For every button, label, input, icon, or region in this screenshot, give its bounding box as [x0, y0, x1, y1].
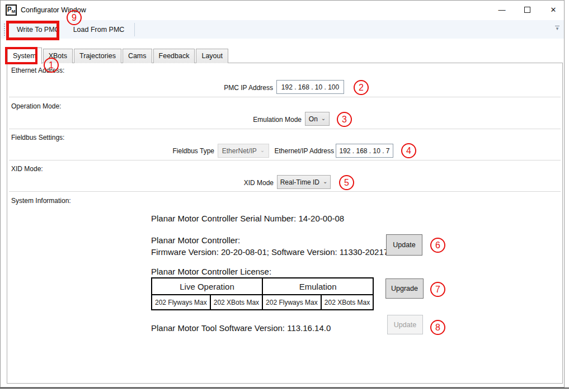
- app-logo-icon: PM: [6, 4, 17, 16]
- annotation-circle-2: 2: [354, 80, 369, 95]
- annotation-circle-7: 7: [430, 282, 445, 297]
- chevron-down-icon: ⌄: [260, 147, 265, 153]
- license-cell: 202 XBots Max: [210, 295, 262, 310]
- section-separator: [9, 129, 561, 129]
- minimize-icon: —: [499, 6, 506, 14]
- license-cell: 202 Flyways Max: [152, 295, 210, 310]
- tab-cams[interactable]: Cams: [123, 49, 152, 63]
- tab-trajectories[interactable]: Trajectories: [74, 49, 121, 63]
- annotation-circle-5: 5: [339, 175, 354, 190]
- system-tab-panel: [7, 63, 563, 384]
- close-button[interactable]: ✕: [544, 0, 563, 19]
- minimize-button[interactable]: —: [492, 0, 511, 19]
- pmc-ip-address-input[interactable]: 192 . 168 . 10 . 100: [276, 80, 344, 94]
- tab-layout[interactable]: Layout: [196, 49, 228, 63]
- emulation-mode-dropdown[interactable]: On⌄: [305, 112, 330, 126]
- annotation-box-system-tab: [5, 47, 37, 64]
- window-bottom-edge: [0, 388, 569, 389]
- section-separator: [9, 191, 561, 192]
- annotation-circle-9: 9: [67, 10, 82, 25]
- license-table: Live Operation Emulation 202 Flyways Max…: [151, 277, 374, 310]
- tab-feedback[interactable]: Feedback: [153, 49, 195, 63]
- annotation-circle-8: 8: [430, 320, 445, 335]
- operation-mode-heading: Operation Mode:: [11, 102, 61, 110]
- controller-versions-text: Firmware Version: 20-20-08-01; Software …: [151, 247, 388, 257]
- ethernet-ip-address-input[interactable]: 192 . 168 . 10 . 7: [336, 144, 393, 158]
- xid-mode-heading: XID Mode:: [11, 165, 43, 173]
- license-cell: 202 Flyways Max: [262, 295, 321, 310]
- license-table-header-row: Live Operation Emulation: [152, 278, 373, 295]
- toolbar-separator: [134, 23, 135, 36]
- pmc-ip-address-label: PMC IP Address: [224, 84, 273, 92]
- xid-mode-dropdown[interactable]: Real-Time ID⌄: [277, 175, 331, 189]
- controller-label-text: Planar Motor Controller:: [151, 235, 240, 245]
- close-icon: ✕: [551, 6, 557, 14]
- annotation-circle-4: 4: [401, 143, 416, 158]
- system-information-heading: System Information:: [11, 197, 71, 205]
- controller-update-button[interactable]: Update: [386, 234, 422, 256]
- emulation-mode-label: Emulation Mode: [253, 116, 302, 124]
- license-upgrade-button[interactable]: Upgrade: [385, 278, 424, 299]
- license-emulation-header: Emulation: [262, 278, 373, 295]
- license-live-operation-header: Live Operation: [152, 278, 262, 295]
- maximize-icon: [524, 7, 530, 13]
- controller-serial-text: Planar Motor Controller Serial Number: 1…: [151, 214, 344, 223]
- screen: PM Configurator Window — ✕ Write To PMC …: [0, 0, 569, 392]
- toolbar-grip-handle[interactable]: [3, 23, 6, 36]
- ethernet-ip-address-label: Ethernet/IP Address: [274, 147, 334, 155]
- annotation-circle-6: 6: [430, 238, 445, 253]
- chevron-down-icon: ⌄: [321, 115, 326, 121]
- fieldbus-type-dropdown: EtherNet/IP⌄: [218, 144, 269, 158]
- annotation-circle-3: 3: [337, 112, 352, 127]
- tab-strip: System XBots Trajectories Cams Feedback …: [7, 48, 229, 63]
- section-separator: [9, 97, 561, 97]
- license-cell: 202 XBots Max: [321, 295, 373, 310]
- fieldbus-settings-heading: Fieldbus Settings:: [11, 134, 64, 141]
- chevron-down-icon: ⌄: [323, 178, 327, 185]
- fieldbus-type-label: Fieldbus Type: [173, 147, 215, 155]
- section-separator: [9, 160, 561, 160]
- annotation-circle-1: 1: [44, 58, 59, 73]
- xid-mode-label: XID Mode: [244, 179, 274, 187]
- toolbar: Write To PMC Load From PMC ▾: [1, 20, 564, 39]
- toolbar-overflow-icon[interactable]: ▾: [554, 26, 561, 31]
- tool-update-button: Update: [387, 315, 423, 334]
- license-table-value-row: 202 Flyways Max 202 XBots Max 202 Flyway…: [152, 295, 373, 310]
- license-label-text: Planar Motor Controller License:: [151, 267, 271, 276]
- annotation-box-write-to-pmc: [6, 21, 59, 40]
- tool-version-text: Planar Motor Tool Software Version: 113.…: [151, 323, 331, 333]
- maximize-button[interactable]: [518, 0, 537, 19]
